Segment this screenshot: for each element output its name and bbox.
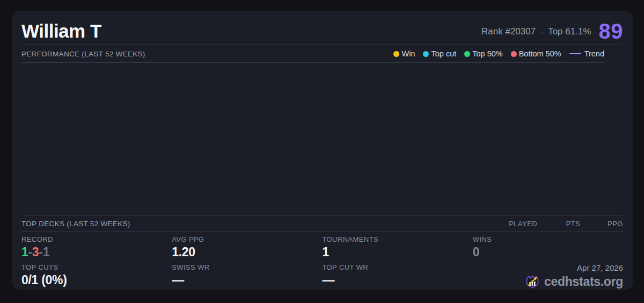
legend-label: Top 50% (472, 49, 502, 58)
legend-item-top-50[interactable]: Top 50% (464, 49, 502, 58)
stats-grid: RECORD 1-3-1 AVG PPG 1.20 TOURNAMENTS 1 … (21, 232, 623, 290)
rank-summary: Rank #20307 · Top 61.1% 89 (481, 21, 623, 41)
player-stats-card: William T Rank #20307 · Top 61.1% 89 PER… (12, 11, 633, 290)
legend-item-win[interactable]: Win (393, 49, 415, 58)
stat-label: TOP CUT WR (323, 262, 473, 271)
stat-record: RECORD 1-3-1 (21, 234, 172, 262)
stat-value: — (172, 273, 322, 287)
chart-legend: Win Top cut Top 50% Bottom 50% Trend (393, 49, 604, 58)
legend-label: Bottom 50% (519, 49, 561, 58)
stat-value: 0 (473, 245, 623, 259)
stat-label: TOP CUTS (21, 262, 172, 271)
brand[interactable]: cedhstats.org (525, 274, 623, 289)
rank-meta: Rank #20307 · Top 61.1% (481, 26, 591, 41)
column-ppg: PPG (580, 220, 623, 228)
record-wins: 1 (21, 245, 28, 259)
record-separator: - (39, 245, 42, 259)
legend-item-trend[interactable]: Trend (569, 49, 604, 58)
stat-value: 0/1 (0%) (21, 273, 172, 287)
top-50-dot-icon (464, 51, 470, 57)
performance-section-title: PERFORMANCE (LAST 52 WEEKS) (21, 50, 145, 58)
card-date: Apr 27, 2026 (577, 263, 623, 272)
performance-chart (21, 63, 623, 215)
record-draws: 1 (43, 245, 50, 259)
win-dot-icon (393, 51, 399, 57)
stat-wins: WINS 0 (473, 234, 623, 262)
stat-tournaments: TOURNAMENTS 1 (323, 234, 473, 262)
top-decks-title: TOP DECKS (LAST 52 WEEKS) (21, 220, 130, 228)
footer-cell: Apr 27, 2026 cedhstats.org (473, 262, 623, 290)
cedhstats-logo-icon (525, 274, 540, 289)
trend-line-icon (569, 53, 581, 55)
bottom-50-dot-icon (511, 51, 517, 57)
stat-top-cut-wr: TOP CUT WR — (323, 262, 473, 290)
record-separator: - (28, 245, 32, 259)
stat-top-cuts: TOP CUTS 0/1 (0%) (21, 262, 172, 290)
stat-avg-ppg: AVG PPG 1.20 (172, 234, 322, 262)
performance-header: PERFORMANCE (LAST 52 WEEKS) Win Top cut … (21, 45, 604, 63)
legend-label: Win (401, 49, 415, 58)
column-played: PLAYED (494, 220, 537, 228)
stat-value: 1.20 (172, 245, 322, 259)
stat-label: AVG PPG (172, 234, 322, 243)
stat-label: TOURNAMENTS (323, 234, 473, 243)
record-losses: 3 (32, 245, 39, 259)
stat-swiss-wr: SWISS WR — (172, 262, 322, 290)
top-decks-header: TOP DECKS (LAST 52 WEEKS) PLAYED PTS PPG (21, 215, 623, 232)
record-value: 1-3-1 (21, 245, 172, 259)
stat-label: RECORD (21, 234, 172, 243)
column-pts: PTS (537, 220, 580, 228)
stat-value: 1 (323, 245, 473, 259)
top-percent-text: Top 61.1% (548, 26, 591, 37)
stat-label: WINS (473, 234, 623, 243)
rank-text: Rank #20307 (481, 26, 536, 37)
stat-label: SWISS WR (172, 262, 322, 271)
brand-text: cedhstats.org (544, 275, 623, 289)
legend-item-bottom-50[interactable]: Bottom 50% (511, 49, 561, 58)
separator-dot: · (540, 27, 543, 37)
card-header: William T Rank #20307 · Top 61.1% 89 (21, 11, 623, 45)
top-decks-columns: PLAYED PTS PPG (494, 220, 623, 228)
legend-label: Top cut (431, 49, 456, 58)
player-name: William T (21, 21, 101, 42)
legend-label: Trend (584, 49, 604, 58)
top-cut-dot-icon (423, 51, 429, 57)
player-score: 89 (599, 21, 624, 41)
stat-value: — (323, 273, 473, 287)
legend-item-top-cut[interactable]: Top cut (423, 49, 456, 58)
